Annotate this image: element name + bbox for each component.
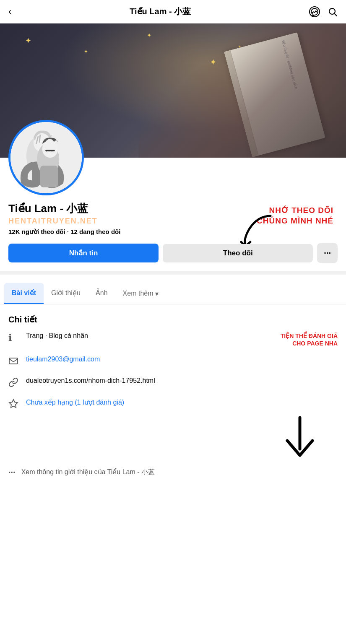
chevron-down-icon: ▾ bbox=[155, 290, 159, 298]
messenger-icon bbox=[309, 6, 320, 17]
tab-gioi-thieu[interactable]: Giới thiệu bbox=[44, 283, 88, 304]
chain-link-icon bbox=[8, 377, 18, 387]
see-more-dots-icon: ··· bbox=[8, 467, 16, 477]
tab-anh[interactable]: Ảnh bbox=[88, 283, 115, 304]
detail-row-rating: Chưa xếp hạng (1 lượt đánh giá) bbox=[8, 398, 338, 411]
following-label: đang theo dõi bbox=[79, 228, 120, 235]
email-icon bbox=[8, 356, 20, 369]
see-more-text[interactable]: Xem thông tin giới thiệu của Tiểu Lam - … bbox=[21, 468, 155, 477]
followers-label: người theo dõi bbox=[22, 228, 65, 235]
followers-count: 12K bbox=[8, 228, 20, 235]
message-button[interactable]: Nhắn tin bbox=[8, 244, 159, 262]
detail-rating[interactable]: Chưa xếp hạng (1 lượt đánh giá) bbox=[26, 398, 338, 406]
cover-animal-shadow bbox=[138, 23, 346, 158]
sparkle-1: ✦ bbox=[25, 36, 31, 45]
see-more-row: ··· Xem thông tin giới thiệu của Tiểu La… bbox=[0, 467, 346, 486]
tabs-bar: Bài viết Giới thiệu Ảnh Xem thêm ▾ bbox=[0, 283, 346, 304]
action-area: NHỚ THEO DÕICHÚNG MÌNH NHÉ Nhắn tin Theo… bbox=[8, 243, 338, 263]
tab-xem-them-label: Xem thêm bbox=[123, 290, 153, 297]
link-icon bbox=[8, 377, 20, 390]
detail-page-type: Trang · Blog cá nhân bbox=[26, 332, 275, 340]
detail-row-email: tieulam2903@gmail.com bbox=[8, 356, 338, 369]
details-section: Chi tiết ℹ Trang · Blog cá nhân TIỆN THỂ… bbox=[0, 304, 346, 467]
page-title: Tiểu Lam - 小蓝 bbox=[130, 6, 191, 17]
detail-row-page-type: ℹ Trang · Blog cá nhân TIỆN THỂ ĐÁNH GIÁ… bbox=[8, 332, 338, 347]
messenger-icon-button[interactable] bbox=[309, 6, 320, 17]
star-rating-icon bbox=[8, 399, 18, 409]
svg-rect-17 bbox=[40, 166, 58, 187]
star-icon bbox=[8, 399, 20, 411]
search-button[interactable] bbox=[328, 7, 338, 17]
action-buttons-row: Nhắn tin Theo dõi ··· bbox=[8, 243, 338, 263]
back-button[interactable]: ‹ bbox=[8, 6, 11, 17]
following-count: 12 bbox=[70, 228, 78, 235]
follow-button[interactable]: Theo dõi bbox=[163, 244, 313, 262]
detail-email[interactable]: tieulam2903@gmail.com bbox=[26, 356, 338, 363]
envelope-icon bbox=[8, 356, 18, 366]
svg-point-15 bbox=[42, 140, 58, 158]
arrow-down-large-icon bbox=[275, 415, 317, 462]
top-bar-icons bbox=[309, 6, 338, 17]
info-icon: ℹ bbox=[8, 332, 20, 343]
svg-rect-18 bbox=[9, 358, 18, 364]
more-options-button[interactable]: ··· bbox=[317, 243, 338, 263]
tab-xem-them[interactable]: Xem thêm ▾ bbox=[115, 283, 166, 304]
sparkle-2: ✦ bbox=[84, 49, 88, 55]
detail-row-website: dualeotruyen1s.com/nhom-dich-17952.html bbox=[8, 377, 338, 390]
separator: · bbox=[67, 228, 70, 235]
arrow-down-rating bbox=[8, 415, 338, 463]
tab-bai-viet[interactable]: Bài viết bbox=[4, 283, 44, 304]
followers-info: 12K người theo dõi · 12 đang theo dõi bbox=[8, 228, 338, 236]
detail-website: dualeotruyen1s.com/nhom-dich-17952.html bbox=[26, 377, 338, 384]
svg-line-12 bbox=[39, 135, 40, 143]
top-bar: ‹ Tiểu Lam - 小蓝 bbox=[0, 0, 346, 23]
divider-1 bbox=[0, 271, 346, 275]
details-title: Chi tiết bbox=[8, 314, 338, 325]
avatar-wrapper bbox=[8, 120, 84, 195]
search-icon bbox=[328, 7, 338, 17]
avatar-image bbox=[10, 122, 82, 193]
avatar bbox=[8, 120, 84, 195]
svg-line-2 bbox=[334, 13, 337, 16]
annotation-danh-gia: TIỆN THỂ ĐÁNH GIÁCHO PAGE NHA bbox=[281, 332, 338, 347]
